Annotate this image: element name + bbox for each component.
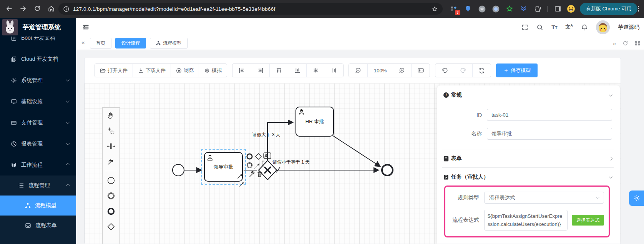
- sidebar-item-payment[interactable]: 支付管理: [0, 112, 76, 133]
- sidebar-item-system[interactable]: 系统管理: [0, 70, 76, 91]
- user-icon: [207, 154, 213, 161]
- search-icon[interactable]: [536, 24, 543, 31]
- align-middle-button[interactable]: [325, 64, 343, 77]
- extension-gray-icon[interactable]: [478, 5, 486, 13]
- user-task-hr[interactable]: HR 审批: [295, 107, 334, 137]
- append-gateway-icon[interactable]: [255, 153, 262, 160]
- user-avatar[interactable]: [596, 20, 610, 34]
- section-general[interactable]: i 常规: [443, 90, 612, 100]
- preview-button[interactable]: 浏览: [171, 64, 199, 77]
- append-intermediate-event-icon[interactable]: [246, 162, 253, 169]
- extension-workflow-icon[interactable]: 7: [450, 5, 458, 13]
- connect-alt-icon[interactable]: [237, 174, 243, 179]
- extension-balloon-icon[interactable]: [464, 5, 472, 13]
- end-event[interactable]: [381, 164, 393, 176]
- append-end-event-icon[interactable]: [246, 153, 253, 160]
- bell-icon[interactable]: [581, 24, 588, 31]
- task-check-icon: [443, 174, 449, 180]
- id-input[interactable]: [487, 109, 612, 121]
- extension-chevrons-icon[interactable]: [519, 5, 528, 13]
- hand-tool[interactable]: [103, 108, 120, 123]
- open-file-button[interactable]: 打开文件: [95, 64, 133, 77]
- workflow-icon: [11, 162, 17, 168]
- lasso-tool[interactable]: [103, 123, 120, 139]
- sidebar-item-report[interactable]: 报表管理: [0, 133, 76, 154]
- restart-button[interactable]: [472, 64, 491, 77]
- choose-expression-button[interactable]: 选择表达式: [572, 215, 604, 226]
- bookmark-star-icon[interactable]: [432, 6, 438, 12]
- browser-refresh-button[interactable]: [34, 5, 41, 12]
- connection-tool[interactable]: [103, 154, 120, 169]
- extension-green-star-icon[interactable]: [505, 5, 514, 13]
- download-file-button[interactable]: 下载文件: [133, 64, 171, 77]
- create-start-event[interactable]: [103, 173, 120, 188]
- expression-textarea[interactable]: ${bpmTaskAssignStartUserExpression.calcu…: [484, 210, 568, 231]
- extensions-puzzle-icon[interactable]: [534, 5, 542, 13]
- scroll-right-icon[interactable]: »: [613, 40, 616, 47]
- zoom-in-button[interactable]: [393, 64, 411, 77]
- rule-type-select[interactable]: 流程表达式: [484, 192, 604, 204]
- create-intermediate-event[interactable]: [103, 188, 120, 204]
- connect-dashed-icon[interactable]: [239, 182, 244, 187]
- browser-home-button[interactable]: [48, 5, 55, 12]
- translate-icon[interactable]: 文A: [566, 23, 573, 30]
- name-input[interactable]: [487, 128, 612, 140]
- text-annotation-icon[interactable]: [261, 160, 266, 167]
- app-header: TT 文A 芋道源码: [76, 18, 644, 37]
- browser-back-button[interactable]: [5, 5, 13, 12]
- align-bottom-button[interactable]: [288, 64, 306, 77]
- browser-menu-icon[interactable]: [638, 5, 639, 12]
- scroll-left-icon[interactable]: «: [81, 39, 85, 45]
- app-logo[interactable]: 芋道管理系统: [0, 18, 76, 37]
- sidebar-item-workflow[interactable]: 工作流程: [0, 154, 76, 175]
- align-left-button[interactable]: [232, 64, 251, 77]
- tab-design-process[interactable]: 设计流程: [115, 38, 146, 48]
- create-end-event[interactable]: [103, 204, 120, 219]
- sidebar-item-process-form[interactable]: 流程表单: [0, 216, 76, 236]
- sidebar-item-process-mgmt[interactable]: 流程管理: [0, 175, 76, 196]
- condition-label-right: 请假小于等于 1 天: [272, 159, 310, 165]
- wrench-icon[interactable]: [249, 171, 255, 178]
- chrome-update-button[interactable]: 有新版 Chrome 可用: [580, 3, 637, 15]
- settings-drawer-button[interactable]: [629, 191, 644, 206]
- space-tool[interactable]: [103, 139, 120, 154]
- simulate-button[interactable]: 模拟: [199, 64, 227, 77]
- sidebar-item-infra[interactable]: 基础设施: [0, 91, 76, 112]
- align-center-button[interactable]: [306, 64, 325, 77]
- browser-forward-button[interactable]: [20, 5, 27, 12]
- refresh-tab-icon[interactable]: [622, 40, 628, 46]
- collapse-menu-icon[interactable]: [82, 23, 90, 31]
- sidebar-item-process-model[interactable]: 流程模型: [0, 196, 76, 216]
- site-info-icon[interactable]: [63, 6, 70, 12]
- address-bar[interactable]: 127.0.0.1/bpm/manager/model/edit?modelId…: [58, 3, 443, 15]
- tab-process-model[interactable]: 流程模型: [150, 38, 188, 48]
- redo-button[interactable]: [454, 64, 472, 77]
- align-right-button[interactable]: [251, 64, 269, 77]
- save-model-button[interactable]: ＋ 保存模型: [496, 64, 538, 77]
- font-size-icon[interactable]: TT: [551, 24, 557, 30]
- append-user-task-icon[interactable]: [263, 152, 271, 159]
- grid-menu-icon[interactable]: [635, 40, 640, 46]
- align-top-button[interactable]: [269, 64, 288, 77]
- section-form[interactable]: 表单: [443, 154, 612, 163]
- extension-dot-icon[interactable]: [491, 5, 500, 13]
- zoom-out-button[interactable]: [349, 64, 367, 77]
- bpmn-canvas[interactable]: 领导审批 HR 审批 请假大于 3 天 请假小于等于 1 天: [85, 84, 621, 244]
- sidebar-item-cloud-docs[interactable]: Cloud 开发文档: [0, 48, 76, 70]
- trash-icon[interactable]: [257, 171, 263, 177]
- connect-icon[interactable]: [254, 163, 261, 169]
- zoom-reset-button[interactable]: [411, 64, 430, 77]
- section-task-assignee[interactable]: 任务（审批人）: [443, 172, 612, 182]
- tab-home[interactable]: 首页: [90, 38, 111, 48]
- start-event[interactable]: [172, 164, 184, 176]
- url-text[interactable]: 127.0.0.1/bpm/manager/model/edit?modelId…: [73, 6, 275, 12]
- zoom-level: 100%: [367, 64, 393, 77]
- create-gateway[interactable]: [103, 219, 120, 234]
- username-text[interactable]: 芋道源码: [618, 24, 639, 31]
- profile-emoji-icon[interactable]: [567, 5, 575, 13]
- fullscreen-icon[interactable]: [521, 24, 528, 31]
- side-panel-icon[interactable]: [554, 5, 562, 13]
- form-icon: [443, 156, 449, 162]
- chevron-up-icon: [66, 184, 70, 187]
- undo-button[interactable]: [435, 64, 454, 77]
